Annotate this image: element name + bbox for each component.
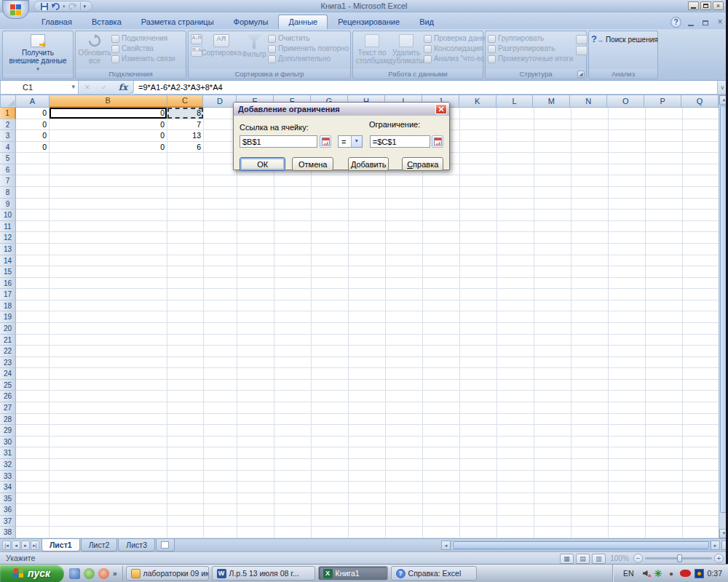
column-header-C[interactable]: C <box>167 95 204 108</box>
cell-D22[interactable] <box>204 346 237 357</box>
cell-G27[interactable] <box>312 402 349 414</box>
cell-J17[interactable] <box>423 289 460 300</box>
cell-G12[interactable] <box>312 232 349 244</box>
cell-I25[interactable] <box>386 380 423 391</box>
cell-M20[interactable] <box>534 323 571 335</box>
antivirus-icon[interactable]: ✳ <box>654 569 663 578</box>
cell-G23[interactable] <box>312 357 349 369</box>
cell-H10[interactable] <box>349 210 386 221</box>
cell-I38[interactable] <box>386 527 423 538</box>
cell-I31[interactable] <box>386 447 423 459</box>
cell-Q24[interactable] <box>683 368 719 380</box>
cell-O9[interactable] <box>609 199 646 210</box>
help-icon[interactable]: ? <box>670 17 681 28</box>
cell-K30[interactable] <box>460 436 497 448</box>
cell-C13[interactable] <box>167 244 204 255</box>
cell-I16[interactable] <box>386 278 423 290</box>
cell-L37[interactable] <box>497 516 534 527</box>
cell-P38[interactable] <box>646 527 683 538</box>
cell-C26[interactable] <box>167 391 204 402</box>
cell-D25[interactable] <box>204 380 237 391</box>
cell-B27[interactable] <box>50 402 167 414</box>
cell-M17[interactable] <box>534 289 571 300</box>
cell-E7[interactable] <box>237 175 274 187</box>
cell-E12[interactable] <box>237 232 274 244</box>
cell-N24[interactable] <box>571 368 609 380</box>
cell-O17[interactable] <box>609 289 646 300</box>
row-header-13[interactable]: 13 <box>0 244 16 255</box>
collapse-dialog-icon[interactable] <box>320 135 331 148</box>
cell-E16[interactable] <box>237 278 274 290</box>
doc-restore-button[interactable] <box>700 19 711 25</box>
cell-G10[interactable] <box>312 210 349 221</box>
cell-Q38[interactable] <box>683 527 719 538</box>
cell-C15[interactable] <box>167 266 204 278</box>
cell-G21[interactable] <box>312 335 349 346</box>
cell-P24[interactable] <box>646 368 683 380</box>
cell-H8[interactable] <box>349 187 386 199</box>
cell-O29[interactable] <box>609 425 646 436</box>
constraint-input[interactable]: =$C$1 <box>370 135 430 148</box>
cell-L5[interactable] <box>497 153 534 164</box>
cell-K21[interactable] <box>460 335 497 346</box>
cell-Q19[interactable] <box>683 311 719 323</box>
cell-H11[interactable] <box>349 221 386 233</box>
cell-D31[interactable] <box>204 447 237 459</box>
column-header-K[interactable]: K <box>459 95 496 108</box>
select-all-corner[interactable] <box>0 95 16 108</box>
column-header-P[interactable]: P <box>644 95 681 108</box>
cell-H33[interactable] <box>349 471 386 482</box>
cell-C12[interactable] <box>167 232 204 244</box>
language-indicator[interactable]: EN <box>620 568 637 578</box>
cell-D20[interactable] <box>204 323 237 335</box>
cell-Q16[interactable] <box>683 278 719 290</box>
cell-F36[interactable] <box>274 504 312 516</box>
insert-sheet-tab[interactable] <box>156 539 175 551</box>
cell-M27[interactable] <box>534 402 571 414</box>
cell-K7[interactable] <box>460 175 497 187</box>
cell-N23[interactable] <box>571 357 609 369</box>
cell-E23[interactable] <box>237 357 274 369</box>
cell-P8[interactable] <box>646 187 683 199</box>
cell-D33[interactable] <box>204 471 237 482</box>
cell-Q5[interactable] <box>683 153 719 164</box>
cell-D29[interactable] <box>204 425 237 436</box>
cell-H29[interactable] <box>349 425 386 436</box>
cell-E36[interactable] <box>237 504 274 516</box>
cell-M1[interactable] <box>534 108 571 119</box>
cell-B23[interactable] <box>50 357 167 369</box>
cell-K26[interactable] <box>460 391 497 402</box>
cell-D7[interactable] <box>204 175 237 187</box>
row-header-11[interactable]: 11 <box>0 221 16 233</box>
cell-Q20[interactable] <box>683 323 719 335</box>
cell-P1[interactable] <box>646 108 683 119</box>
cell-P12[interactable] <box>646 232 683 244</box>
cell-B10[interactable] <box>50 210 167 221</box>
cell-M35[interactable] <box>534 493 571 505</box>
cell-K25[interactable] <box>460 380 497 391</box>
cell-G37[interactable] <box>312 516 349 527</box>
cell-B5[interactable] <box>50 153 167 164</box>
cell-E33[interactable] <box>237 471 274 482</box>
cell-O19[interactable] <box>609 311 646 323</box>
cell-I13[interactable] <box>386 244 423 255</box>
cell-D19[interactable] <box>204 311 237 323</box>
row-header-6[interactable]: 6 <box>0 164 16 176</box>
row-header-32[interactable]: 32 <box>0 459 16 471</box>
cell-B14[interactable] <box>50 255 167 267</box>
cell-G20[interactable] <box>312 323 349 335</box>
cell-L23[interactable] <box>497 357 534 369</box>
cell-E32[interactable] <box>237 459 274 471</box>
cell-K18[interactable] <box>460 300 497 312</box>
cell-L1[interactable] <box>497 108 534 119</box>
cell-G34[interactable] <box>312 482 349 493</box>
cell-I8[interactable] <box>386 187 423 199</box>
cell-L11[interactable] <box>497 221 534 233</box>
cell-M5[interactable] <box>534 153 571 164</box>
cell-L14[interactable] <box>497 255 534 267</box>
cell-N1[interactable] <box>571 108 609 119</box>
cell-E30[interactable] <box>237 436 274 448</box>
tab-Вид[interactable]: Вид <box>410 15 443 29</box>
row-header-2[interactable]: 2 <box>0 119 16 131</box>
cell-D14[interactable] <box>204 255 237 267</box>
